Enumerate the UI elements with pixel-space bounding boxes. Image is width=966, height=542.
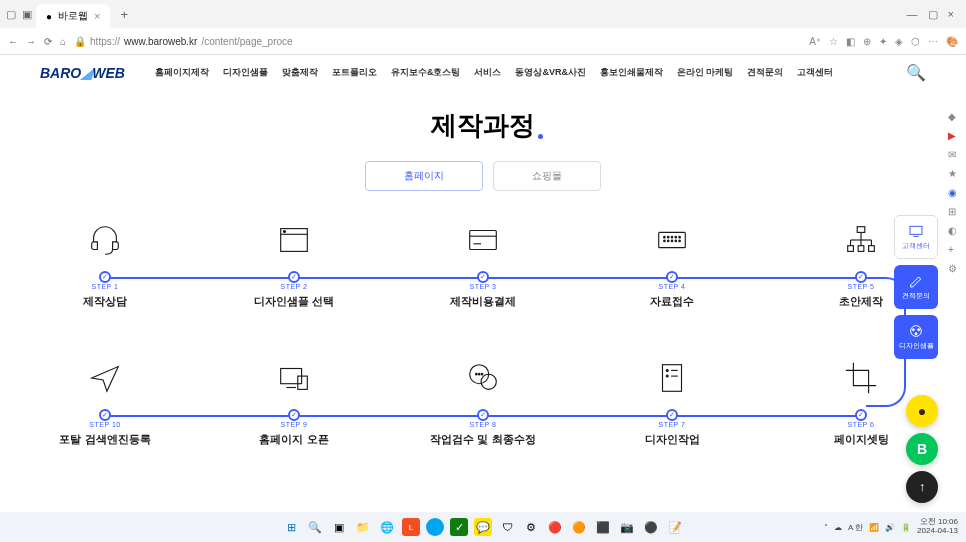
search-icon[interactable]: 🔍 [906,63,926,82]
read-aloud-icon[interactable]: A⁺ [809,36,821,47]
tray-chevron[interactable]: ˄ [824,523,828,532]
window-controls: — ▢ × [907,8,960,21]
nav-item[interactable]: 서비스 [474,66,501,79]
card-icon [462,219,504,261]
svg-point-33 [476,373,478,375]
minimize-button[interactable]: — [907,8,918,21]
app-icon[interactable]: L [402,518,420,536]
address-bar: ← → ⟳ ⌂ 🔒 https://www.baroweb.kr/content… [0,28,966,54]
explorer-icon[interactable]: 📁 [354,518,372,536]
page-title: 제작과정 [0,108,966,143]
wifi-icon[interactable]: 📶 [869,523,879,532]
svg-point-27 [666,369,668,371]
tray-lang[interactable]: A 한 [848,522,863,533]
app-icon[interactable]: 📷 [618,518,636,536]
nav-item[interactable]: 디자인샘플 [223,66,268,79]
main-nav: 홈페이지제작 디자인샘플 맞춤제작 포트폴리오 유지보수&호스팅 서비스 동영상… [155,66,834,79]
nav-item[interactable]: 유지보수&호스팅 [391,66,461,79]
app-icon[interactable] [426,518,444,536]
nav-item[interactable]: 동영상&VR&사진 [515,66,586,79]
extension-icon-3[interactable]: ◈ [895,36,903,47]
nav-item[interactable]: 포트폴리오 [332,66,377,79]
svg-point-34 [478,373,480,375]
step-number: STEP 1 [50,283,160,290]
sidebar-icon[interactable]: ◉ [948,187,958,197]
new-tab-button[interactable]: + [114,7,134,22]
step-label: 포탈 검색엔진등록 [50,432,160,447]
battery-icon[interactable]: 🔋 [901,523,911,532]
step-label: 페이지셋팅 [806,432,916,447]
svg-point-28 [666,375,668,377]
tab-shop[interactable]: 쇼핑몰 [493,161,601,191]
app-icon[interactable]: 📝 [666,518,684,536]
clock[interactable]: 오전 10:06 2024-04-13 [917,518,958,536]
maximize-button[interactable]: ▢ [928,8,938,21]
svg-point-8 [667,236,669,238]
sidebar-icon[interactable]: ◐ [948,225,958,235]
extension-icon-2[interactable]: ✦ [879,36,887,47]
step-dot [477,271,489,283]
svg-point-15 [675,240,677,242]
copilot-icon[interactable]: 🎨 [946,36,958,47]
app-icon[interactable]: ✓ [450,518,468,536]
sidebar-icon[interactable]: ⊞ [948,206,958,216]
step-2: STEP 2 디자인샘플 선택 [239,219,349,309]
browser-tab[interactable]: ● 바로웹 × [36,4,110,28]
nav-item[interactable]: 온라인 마케팅 [677,66,734,79]
extension-icon[interactable]: ◧ [846,36,855,47]
sidebar-icon[interactable]: ★ [948,168,958,178]
sample-button[interactable]: 디자인샘플 [894,315,938,359]
forward-button[interactable]: → [26,36,36,47]
headset-icon [84,219,126,261]
tab-favicon: ● [46,11,52,22]
sidebar-icon[interactable]: + [948,244,958,254]
tray-icon[interactable]: ☁ [834,523,842,532]
chrome-icon[interactable]: 🔴 [546,518,564,536]
app-icon[interactable]: ⬛ [594,518,612,536]
top-bubble[interactable]: ↑ [906,471,938,503]
svg-point-9 [671,236,673,238]
app-icon[interactable]: 💬 [474,518,492,536]
close-button[interactable]: × [948,8,954,21]
url-field[interactable]: 🔒 https://www.baroweb.kr/content/page_pr… [74,36,801,47]
tab-actions-icon[interactable]: ▣ [22,8,32,21]
site-logo[interactable]: BARO◢WEB [40,65,125,81]
edge-icon[interactable]: 🌐 [378,518,396,536]
extension-icon-4[interactable]: ⬡ [911,36,920,47]
start-button[interactable]: ⊞ [282,518,300,536]
workspaces-icon[interactable]: ▢ [6,8,16,21]
sidebar-icon[interactable]: ▶ [948,130,958,140]
window-icon [273,219,315,261]
tab-homepage[interactable]: 홈페이지 [365,161,483,191]
tab-close-icon[interactable]: × [94,10,100,22]
search-taskbar[interactable]: 🔍 [306,518,324,536]
home-button[interactable]: ⌂ [60,36,66,47]
app-icon[interactable]: 🛡 [498,518,516,536]
refresh-button[interactable]: ⟳ [44,36,52,47]
sidebar-icon[interactable]: ✉ [948,149,958,159]
nav-item[interactable]: 견적문의 [747,66,783,79]
step-dot [666,271,678,283]
document-icon [651,357,693,399]
nav-item[interactable]: 맞춤제작 [282,66,318,79]
svg-rect-17 [857,227,865,233]
url-host: www.baroweb.kr [124,36,197,47]
volume-icon[interactable]: 🔊 [885,523,895,532]
task-view[interactable]: ▣ [330,518,348,536]
step-dot [666,409,678,421]
app-icon[interactable]: 🟠 [570,518,588,536]
nav-item[interactable]: 홈페이지제작 [155,66,209,79]
favorite-icon[interactable]: ☆ [829,36,838,47]
back-button[interactable]: ← [8,36,18,47]
app-icon[interactable]: ⚙ [522,518,540,536]
svg-point-35 [481,373,483,375]
nav-item[interactable]: 고객센터 [797,66,833,79]
app-icon[interactable]: ⚫ [642,518,660,536]
menu-icon[interactable]: ⋯ [928,36,938,47]
edge-sidebar: ◆ ▶ ✉ ★ ◉ ⊞ ◐ + ⚙ [944,111,962,273]
nav-item[interactable]: 홍보인쇄물제작 [600,66,663,79]
sidebar-icon[interactable]: ⚙ [948,263,958,273]
system-tray: ˄ ☁ A 한 📶 🔊 🔋 오전 10:06 2024-04-13 [824,518,958,536]
collections-icon[interactable]: ⊕ [863,36,871,47]
sidebar-icon[interactable]: ◆ [948,111,958,121]
